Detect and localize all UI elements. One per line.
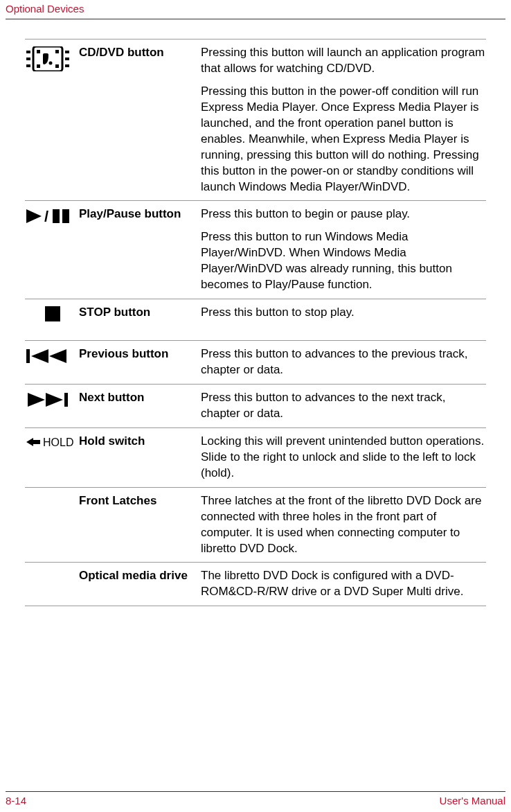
svg-rect-9	[37, 64, 40, 68]
svg-rect-22	[64, 393, 68, 407]
svg-rect-16	[45, 306, 60, 321]
desc-text: Pressing this button will launch an appl…	[201, 45, 486, 77]
row-label: Next button	[79, 390, 201, 422]
svg-rect-8	[55, 50, 59, 53]
footer-note: User's Manual	[440, 795, 505, 806]
table-row: Next button Press this button to advance…	[25, 384, 486, 427]
table-row: Optical media drive The libretto DVD Doc…	[25, 562, 486, 606]
row-label: Previous button	[79, 346, 201, 378]
row-description: Pressing this button will launch an appl…	[201, 45, 486, 195]
icon-cell	[25, 45, 79, 195]
desc-text: Three latches at the front of the libret…	[201, 493, 486, 557]
table-row: Front Latches Three latches at the front…	[25, 487, 486, 563]
icon-cell	[25, 305, 79, 335]
table-row: Previous button Press this button to adv…	[25, 340, 486, 384]
desc-text: Press this button to stop play.	[201, 305, 486, 321]
table-row: CD/DVD button Pressing this button will …	[25, 39, 486, 200]
row-description: The libretto DVD Dock is configured with…	[201, 568, 486, 600]
desc-text: Press this button to advances to the nex…	[201, 390, 486, 422]
svg-rect-1	[26, 58, 30, 60]
row-description: Press this button to advances to the nex…	[201, 390, 486, 422]
svg-point-11	[49, 62, 53, 65]
icon-cell	[25, 568, 79, 600]
content-area: CD/DVD button Pressing this button will …	[0, 19, 511, 606]
svg-marker-12	[26, 209, 42, 223]
svg-marker-20	[28, 393, 45, 407]
svg-rect-14	[53, 209, 60, 223]
svg-rect-7	[37, 50, 40, 53]
page-footer: 8-14 User's Manual	[0, 791, 511, 806]
hold-icon: HOLD	[26, 435, 75, 449]
svg-rect-4	[65, 58, 69, 60]
cd-dvd-icon	[26, 46, 69, 71]
row-label: Front Latches	[79, 493, 201, 557]
svg-rect-17	[26, 349, 30, 363]
row-description: Press this button to stop play.	[201, 305, 486, 335]
svg-marker-19	[49, 349, 66, 363]
svg-rect-10	[55, 64, 59, 68]
desc-text: Press this button to begin or pause play…	[201, 206, 486, 222]
row-description: Press this button to begin or pause play…	[201, 206, 486, 293]
header-title: Optional Devices	[6, 3, 505, 15]
row-label: STOP button	[79, 305, 201, 335]
table-row: HOLD Hold switch Locking this will preve…	[25, 427, 486, 487]
row-description: Press this button to advances to the pre…	[201, 346, 486, 378]
svg-rect-0	[26, 51, 30, 53]
desc-text: Press this button to advances to the pre…	[201, 346, 486, 378]
svg-marker-21	[46, 393, 63, 407]
svg-marker-23	[26, 438, 40, 446]
row-label: CD/DVD button	[79, 45, 201, 195]
table-row: STOP button Press this button to stop pl…	[25, 299, 486, 340]
svg-marker-18	[31, 349, 48, 363]
icon-cell: /	[25, 206, 79, 293]
svg-text:/: /	[44, 208, 48, 224]
icon-cell	[25, 390, 79, 422]
svg-rect-2	[26, 64, 30, 67]
desc-text: Press this button to run Windows Media P…	[201, 229, 486, 293]
icon-cell	[25, 346, 79, 378]
stop-icon	[45, 306, 60, 321]
icon-cell	[25, 493, 79, 557]
desc-text: Locking this will prevent unintended but…	[201, 434, 486, 482]
icon-cell: HOLD	[25, 434, 79, 482]
svg-rect-15	[62, 209, 69, 223]
page-number: 8-14	[6, 795, 26, 806]
next-icon	[26, 391, 68, 408]
row-label: Play/Pause button	[79, 206, 201, 293]
row-description: Locking this will prevent unintended but…	[201, 434, 486, 482]
svg-rect-3	[65, 51, 69, 53]
row-description: Three latches at the front of the libret…	[201, 493, 486, 557]
svg-text:HOLD: HOLD	[43, 436, 73, 448]
table-row: / Play/Pause button Press this button to…	[25, 200, 486, 299]
previous-icon	[26, 348, 68, 364]
row-label: Hold switch	[79, 434, 201, 482]
desc-text: Pressing this button in the power-off co…	[201, 84, 486, 195]
play-pause-icon: /	[26, 208, 71, 224]
desc-text: The libretto DVD Dock is configured with…	[201, 568, 486, 600]
row-label: Optical media drive	[79, 568, 201, 600]
page-header: Optional Devices	[0, 0, 511, 15]
svg-rect-5	[65, 64, 69, 67]
